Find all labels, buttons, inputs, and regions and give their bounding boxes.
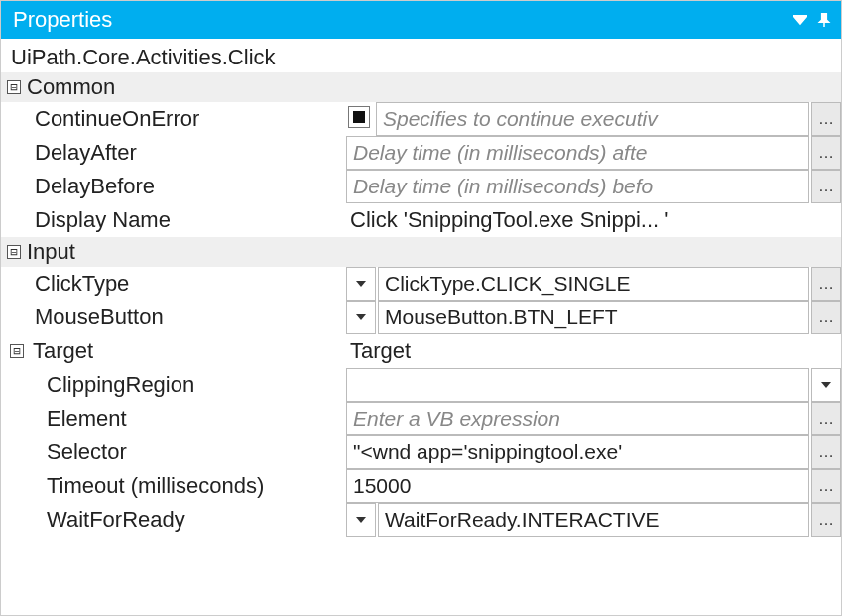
- prop-label: MouseButton: [1, 301, 346, 334]
- category-label: Input: [27, 239, 75, 265]
- expander-icon[interactable]: ⊟: [7, 80, 21, 94]
- dropdown-button[interactable]: [811, 368, 841, 402]
- input-waitForReady[interactable]: WaitForReady.INTERACTIVE: [378, 503, 809, 537]
- input-clickType[interactable]: ClickType.CLICK_SINGLE: [378, 267, 809, 301]
- prop-label: DelayBefore: [1, 170, 346, 203]
- prop-label: DelayAfter: [1, 136, 346, 170]
- input-clippingRegion[interactable]: [346, 368, 809, 402]
- prop-element: Element Enter a VB expression …: [1, 402, 841, 435]
- prop-label: WaitForReady: [1, 503, 346, 537]
- prop-clippingRegion: ClippingRegion: [1, 368, 841, 402]
- panel-title: Properties: [13, 7, 112, 33]
- dropdown-button[interactable]: [346, 503, 376, 537]
- prop-continueOnError: ContinueOnError Specifies to continue ex…: [1, 102, 841, 136]
- prop-delayBefore: DelayBefore Delay time (in milliseconds)…: [1, 170, 841, 203]
- category-common[interactable]: ⊟ Common: [1, 72, 841, 102]
- category-label: Common: [27, 74, 115, 100]
- category-target[interactable]: ⊟ Target Target: [1, 334, 841, 368]
- dropdown-button[interactable]: [346, 267, 376, 301]
- ellipsis-button[interactable]: …: [811, 503, 841, 537]
- prop-label: ClippingRegion: [1, 368, 346, 402]
- input-mouseButton[interactable]: MouseButton.BTN_LEFT: [378, 301, 809, 334]
- prop-mouseButton: MouseButton MouseButton.BTN_LEFT …: [1, 301, 841, 334]
- ellipsis-button[interactable]: …: [811, 267, 841, 301]
- prop-label: Timeout (milliseconds): [1, 469, 346, 503]
- prop-label: Element: [1, 402, 346, 435]
- prop-displayName: Display Name Click 'SnippingTool.exe Sni…: [1, 203, 841, 237]
- input-element[interactable]: Enter a VB expression: [346, 402, 809, 435]
- input-selector[interactable]: "<wnd app='snippingtool.exe': [346, 435, 809, 469]
- dropdown-button[interactable]: [346, 301, 376, 334]
- prop-label: Selector: [1, 435, 346, 469]
- prop-label: Display Name: [1, 203, 346, 237]
- expander-icon[interactable]: ⊟: [10, 344, 24, 358]
- ellipsis-button[interactable]: …: [811, 136, 841, 170]
- prop-clickType: ClickType ClickType.CLICK_SINGLE …: [1, 267, 841, 301]
- input-delayBefore[interactable]: Delay time (in milliseconds) befo: [346, 170, 809, 203]
- prop-label: ClickType: [1, 267, 346, 301]
- input-continueOnError[interactable]: Specifies to continue executiv: [376, 102, 809, 136]
- value-displayName[interactable]: Click 'SnippingTool.exe Snippi... ': [346, 203, 841, 237]
- prop-waitForReady: WaitForReady WaitForReady.INTERACTIVE …: [1, 503, 841, 537]
- ellipsis-button[interactable]: …: [811, 435, 841, 469]
- input-delayAfter[interactable]: Delay time (in milliseconds) afte: [346, 136, 809, 170]
- ellipsis-button[interactable]: …: [811, 170, 841, 203]
- value-target[interactable]: Target: [346, 334, 841, 368]
- prop-selector: Selector "<wnd app='snippingtool.exe' …: [1, 435, 841, 469]
- panel-titlebar: Properties: [1, 1, 841, 39]
- titlebar-icons: [793, 7, 831, 33]
- category-input[interactable]: ⊟ Input: [1, 237, 841, 267]
- input-timeout[interactable]: 15000: [346, 469, 809, 503]
- ellipsis-button[interactable]: …: [811, 402, 841, 435]
- prop-label: ContinueOnError: [1, 102, 346, 136]
- category-label: Target: [33, 338, 93, 364]
- ellipsis-button[interactable]: …: [811, 301, 841, 334]
- checkbox-continueOnError[interactable]: [348, 106, 370, 128]
- prop-timeout: Timeout (milliseconds) 15000 …: [1, 469, 841, 503]
- dropdown-icon[interactable]: [793, 7, 807, 33]
- prop-delayAfter: DelayAfter Delay time (in milliseconds) …: [1, 136, 841, 170]
- ellipsis-button[interactable]: …: [811, 469, 841, 503]
- ellipsis-button[interactable]: …: [811, 102, 841, 136]
- expander-icon[interactable]: ⊟: [7, 245, 21, 259]
- pin-icon[interactable]: [817, 7, 831, 33]
- activity-type: UiPath.Core.Activities.Click: [1, 39, 841, 72]
